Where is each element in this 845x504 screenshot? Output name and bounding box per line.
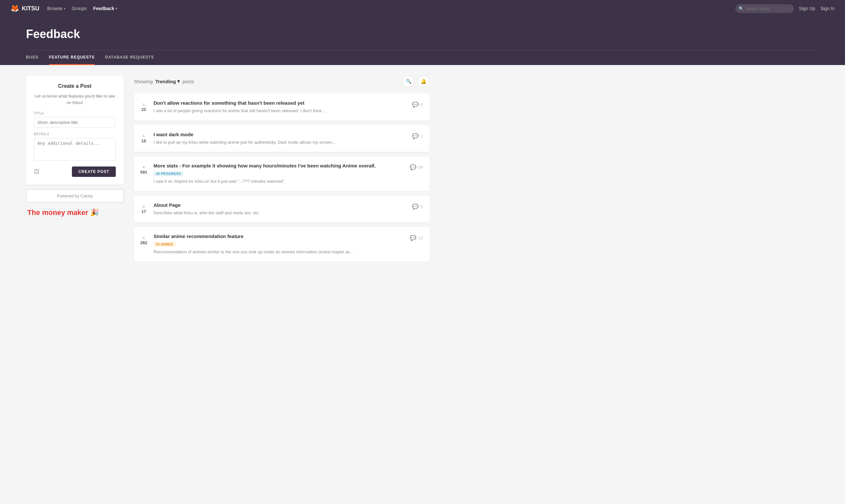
post-body: Don't allow reactions for something that… (154, 100, 412, 114)
nav-feedback[interactable]: Feedback ▾ (93, 6, 118, 11)
vote-count: 282 (140, 240, 147, 245)
image-upload-icon[interactable]: 🖼 (34, 168, 40, 175)
comment-col[interactable]: 💬 59 (410, 163, 423, 170)
post-title[interactable]: More stats - For example it showing how … (154, 163, 410, 168)
feed-header-right: 🔍 🔔 (403, 75, 429, 87)
vote-col: ▲ 591 (134, 163, 154, 175)
logo-text: KITSU (22, 5, 39, 12)
feed-header: Showing Trending ▾ posts 🔍 🔔 (134, 75, 429, 87)
post-title[interactable]: Don't allow reactions for something that… (154, 100, 412, 106)
money-maker-label: The money maker 🎉 (26, 209, 124, 217)
upvote-arrow-icon[interactable]: ▲ (142, 203, 146, 209)
upvote-arrow-icon[interactable]: ▲ (142, 235, 146, 240)
search-feed-button[interactable]: 🔍 (403, 75, 414, 87)
post-excerpt: I saw it on 'Imprint for Kitsu.io' but i… (154, 178, 410, 185)
vote-count: 15 (142, 139, 146, 143)
post-excerpt: I see a lot of people giving reactions f… (154, 108, 412, 114)
create-post-description: Let us know what features you'd like to … (34, 93, 116, 106)
post-title[interactable]: Similar anime recommendation feature (154, 233, 410, 239)
comment-icon: 💬 (412, 203, 419, 210)
post-excerpt: Recommendation of animes similar to the … (154, 249, 410, 255)
feed-header-left: Showing Trending ▾ posts (134, 78, 194, 84)
showing-label: Showing (134, 79, 153, 84)
sidebar: Create a Post Let us know what features … (26, 75, 124, 266)
posts-label: posts (182, 79, 194, 84)
comment-col[interactable]: 💬 0 (412, 202, 423, 210)
main-content: Create a Post Let us know what features … (0, 65, 455, 277)
search-feed-icon: 🔍 (406, 78, 412, 84)
comment-col[interactable]: 💬 1 (412, 132, 423, 139)
details-textarea[interactable] (34, 138, 116, 161)
comment-count: 0 (420, 102, 423, 107)
feed: Showing Trending ▾ posts 🔍 🔔 ▲ 22 (134, 75, 429, 266)
tab-feature-requests[interactable]: FEATURE REQUESTS (49, 50, 95, 65)
title-label: TITLE (34, 111, 116, 115)
trending-chevron-icon: ▾ (177, 78, 180, 84)
tab-bugs[interactable]: BUGS (26, 50, 39, 65)
post-item: ▲ 17 About Page Describes what Kitsu is,… (134, 196, 429, 223)
hero-section: Feedback BUGS FEATURE REQUESTS DATABASE … (0, 17, 845, 65)
nav-browse[interactable]: Browse ▾ (47, 6, 65, 11)
tab-database-requests[interactable]: DATABASE REQUESTS (105, 50, 154, 65)
upvote-arrow-icon[interactable]: ▲ (142, 133, 146, 138)
title-field-group: TITLE (34, 111, 116, 128)
comment-count: 59 (418, 165, 423, 170)
vote-count: 591 (140, 170, 147, 175)
comment-icon: 💬 (412, 133, 419, 139)
title-input[interactable] (34, 117, 116, 128)
comment-count: 1 (420, 133, 423, 139)
search-input[interactable] (735, 4, 794, 13)
post-item: ▲ 591 More stats - For example it showin… (134, 157, 429, 191)
nav-groups[interactable]: Groups (72, 6, 87, 11)
post-body: About Page Describes what Kitsu is, who … (154, 202, 412, 216)
status-badge: IN PROGRESS (154, 172, 183, 176)
comment-icon: 💬 (410, 235, 416, 241)
details-label: DETAILS (34, 132, 116, 136)
bell-icon: 🔔 (420, 78, 427, 84)
vote-col: ▲ 17 (134, 202, 154, 215)
upvote-arrow-icon[interactable]: ▲ (142, 164, 146, 169)
post-item: ▲ 22 Don't allow reactions for something… (134, 94, 429, 121)
post-excerpt: I like to pull up my Kitsu while watchin… (154, 139, 412, 146)
card-footer: 🖼 CREATE POST (34, 166, 116, 177)
tabs: BUGS FEATURE REQUESTS DATABASE REQUESTS (26, 50, 819, 65)
comment-col[interactable]: 💬 0 (412, 100, 423, 108)
upvote-arrow-icon[interactable]: ▲ (142, 102, 146, 106)
trending-dropdown[interactable]: Trending ▾ (156, 78, 180, 84)
comment-icon: 💬 (410, 164, 416, 170)
vote-count: 22 (142, 107, 146, 112)
navbar-right: 🔍 Sign Up Sign In (735, 4, 834, 13)
create-post-title: Create a Post (34, 83, 116, 89)
comment-count: 0 (420, 204, 423, 209)
post-item: ▲ 15 I want dark mode I like to pull up … (134, 125, 429, 152)
post-body: More stats - For example it showing how … (154, 163, 410, 185)
post-body: Similar anime recommendation feature PLA… (154, 233, 410, 255)
search-wrap: 🔍 (735, 4, 794, 13)
post-item: ▲ 282 Similar anime recommendation featu… (134, 227, 429, 262)
details-field-group: DETAILS (34, 132, 116, 162)
logo[interactable]: 🦊 KITSU (11, 4, 39, 13)
browse-chevron-icon: ▾ (64, 7, 65, 11)
create-post-card: Create a Post Let us know what features … (26, 75, 124, 185)
vote-count: 17 (142, 209, 146, 214)
comment-col[interactable]: 💬 12 (410, 233, 423, 241)
vote-col: ▲ 15 (134, 132, 154, 144)
post-title[interactable]: I want dark mode (154, 132, 412, 137)
feedback-chevron-icon: ▾ (115, 7, 117, 11)
status-badge: PLANNED (154, 242, 176, 247)
vote-col: ▲ 282 (134, 233, 154, 246)
comment-icon: 💬 (412, 102, 419, 108)
powered-by-canny[interactable]: Powered by Canny (26, 189, 124, 202)
create-post-button[interactable]: CREATE POST (72, 166, 116, 177)
post-body: I want dark mode I like to pull up my Ki… (154, 132, 412, 146)
posts-list: ▲ 22 Don't allow reactions for something… (134, 94, 429, 262)
nav-links: Browse ▾ Groups Feedback ▾ (47, 6, 117, 11)
signin-link[interactable]: Sign In (820, 6, 834, 11)
page-title: Feedback (26, 27, 819, 50)
signup-link[interactable]: Sign Up (799, 6, 815, 11)
comment-count: 12 (418, 235, 423, 240)
post-title[interactable]: About Page (154, 202, 412, 208)
logo-icon: 🦊 (11, 4, 19, 13)
notification-button[interactable]: 🔔 (418, 75, 429, 87)
post-excerpt: Describes what Kitsu is, who the staff a… (154, 210, 412, 216)
